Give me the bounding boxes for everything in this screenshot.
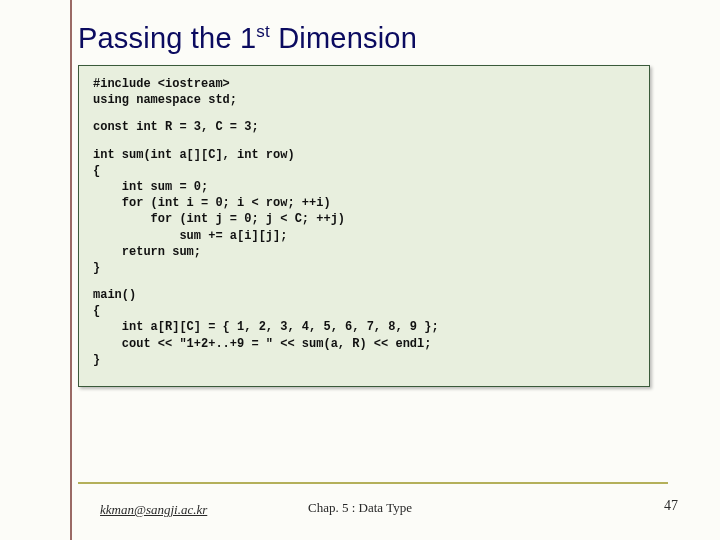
title-text-post: Dimension — [270, 22, 417, 54]
slide-footer: kkman@sangji.ac.kr Chap. 5 : Data Type 4… — [0, 496, 720, 518]
code-block-consts: const int R = 3, C = 3; — [93, 119, 635, 135]
code-block-sum-fn: int sum(int a[][C], int row) { int sum =… — [93, 147, 635, 277]
slide-page: Passing the 1st Dimension #include <iost… — [0, 0, 720, 540]
title-text-pre: Passing the 1 — [78, 22, 256, 54]
left-margin-rule — [70, 0, 72, 540]
code-block-includes: #include <iostream> using namespace std; — [93, 76, 635, 108]
footer-rule — [78, 482, 668, 484]
code-block-main-fn: main() { int a[R][C] = { 1, 2, 3, 4, 5, … — [93, 287, 635, 368]
title-superscript: st — [256, 22, 270, 41]
code-box: #include <iostream> using namespace std;… — [78, 65, 650, 387]
footer-page-number: 47 — [664, 498, 678, 514]
footer-chapter-label: Chap. 5 : Data Type — [0, 500, 720, 516]
slide-title: Passing the 1st Dimension — [78, 22, 668, 55]
